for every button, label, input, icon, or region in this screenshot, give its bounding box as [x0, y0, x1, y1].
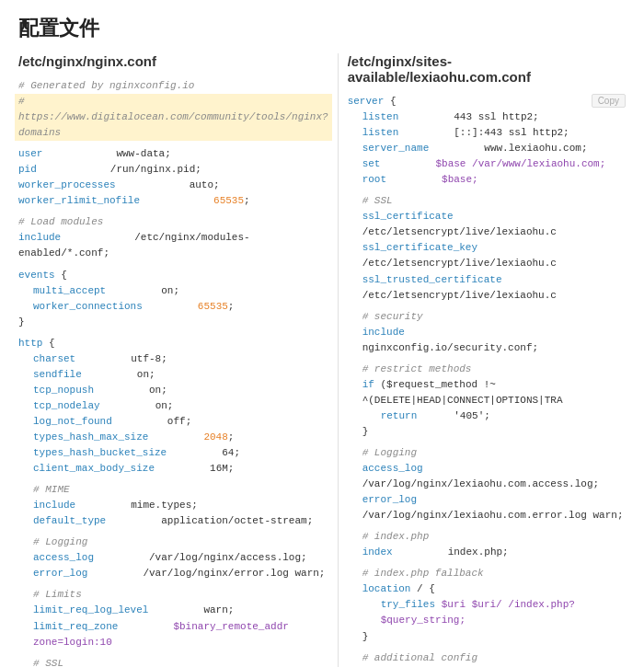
code-line: limit_req_zone $binary_remote_addr zone=… — [18, 619, 328, 650]
code-line: client_max_body_size 16M; — [18, 461, 328, 477]
code-line: ssl_trusted_certificate /etc/letsencrypt… — [348, 272, 626, 304]
left-column: /etc/nginx/nginx.conf # Generated by ngi… — [18, 53, 338, 667]
code-block-end: } — [18, 315, 328, 330]
code-line: types_hash_bucket_size 64; — [18, 445, 328, 461]
code-location: location / { — [348, 581, 626, 597]
code-line: worker_rlimit_nofile 65535; — [18, 193, 328, 209]
code-line: error_log /var/log/nginx/error.log warn; — [18, 566, 328, 581]
right-code-block: Copy server {listen 443 ssl http2;listen… — [348, 94, 626, 667]
code-line: listen [::]:443 ssl http2; — [348, 125, 626, 141]
code-block-end: } — [348, 424, 626, 440]
copy-button[interactable]: Copy — [592, 94, 626, 108]
left-col-title: /etc/nginx/nginx.conf — [18, 53, 328, 69]
code-line: index index.php; — [348, 545, 626, 560]
code-line: log_not_found off; — [18, 414, 328, 430]
code-comment: # Logging — [18, 535, 328, 550]
code-line: default_type application/octet-stream; — [18, 513, 328, 529]
code-line: server_name www.lexiaohu.com; — [348, 141, 626, 156]
code-line: access_log /var/log/nginx/access.log; — [18, 550, 328, 566]
code-line: worker_processes auto; — [18, 178, 328, 193]
code-line: root $base; — [348, 172, 626, 188]
code-comment: # additional config — [348, 650, 626, 666]
code-comment: # security — [348, 309, 626, 325]
code-line: ssl_certificate /etc/letsencrypt/live/le… — [348, 209, 626, 240]
code-line: return '405'; — [348, 408, 626, 424]
code-comment: # SSL — [18, 656, 328, 667]
code-line: types_hash_max_size 2048; — [18, 430, 328, 445]
right-col-title: /etc/nginx/sites-available/lexiaohu.com.… — [348, 53, 626, 85]
code-try-files: try_files $uri $uri/ /index.php?$query_s… — [348, 597, 626, 628]
code-line: ssl_certificate_key /etc/letsencrypt/liv… — [348, 240, 626, 271]
code-line: user www-data; — [18, 146, 328, 162]
code-line: sendfile on; — [18, 367, 328, 383]
code-line: access_log /var/log/nginx/lexiaohu.com.a… — [348, 461, 626, 492]
code-comment: # restrict methods — [348, 362, 626, 377]
code-line: multi_accept on; — [18, 283, 328, 299]
code-block-end: } — [348, 629, 626, 645]
code-line: pid /run/nginx.pid; — [18, 162, 328, 178]
code-comment: # Limits — [18, 587, 328, 603]
code-line: tcp_nopush on; — [18, 383, 328, 398]
code-line: include nginxconfig.io/security.conf; — [348, 325, 626, 356]
code-line: include /etc/nginx/modules-enabled/*.con… — [18, 230, 328, 261]
code-line: include mime.types; — [18, 498, 328, 513]
code-block-start: server { — [348, 94, 626, 109]
right-column: /etc/nginx/sites-available/lexiaohu.com.… — [338, 53, 626, 667]
code-comment: # SSL — [348, 193, 626, 209]
code-line: error_log /var/log/nginx/lexiaohu.com.er… — [348, 492, 626, 523]
code-comment: # index.php — [348, 529, 626, 545]
code-block-start: http { — [18, 336, 328, 351]
code-if-line: if ($request_method !~ ^(DELETE|HEAD|CON… — [348, 377, 626, 408]
highlight-line: # https://www.digitalocean.com/community… — [18, 94, 328, 141]
code-line: tcp_nodelay on; — [18, 398, 328, 414]
code-comment: # index.php fallback — [348, 566, 626, 581]
code-comment: # Load modules — [18, 214, 328, 230]
left-code-block: # Generated by nginxconfig.io# https://w… — [18, 78, 328, 667]
code-comment: # MIME — [18, 482, 328, 498]
code-comment: # Logging — [348, 445, 626, 461]
code-line: limit_req_log_level warn; — [18, 603, 328, 618]
code-line: set $base /var/www/lexiaohu.com; — [348, 156, 626, 172]
code-line: charset utf-8; — [18, 351, 328, 367]
page-title: 配置文件 — [18, 15, 626, 42]
columns-container: /etc/nginx/nginx.conf # Generated by ngi… — [18, 53, 626, 667]
code-line: worker_connections 65535; — [18, 299, 328, 315]
code-block-start: events { — [18, 268, 328, 283]
code-comment: # Generated by nginxconfig.io — [18, 78, 328, 94]
code-line: listen 443 ssl http2; — [348, 109, 626, 125]
